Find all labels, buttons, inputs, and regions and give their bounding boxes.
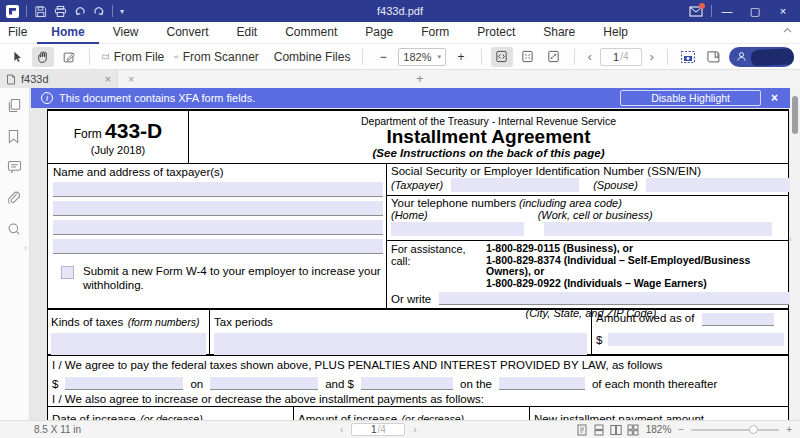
col-amount-label: Amount of increase	[298, 413, 397, 420]
vertical-scrollbar[interactable]	[790, 88, 800, 420]
grid-view-icon[interactable]	[627, 424, 639, 436]
scrollbar-thumb[interactable]	[792, 96, 798, 134]
next-page-button[interactable]: ›	[646, 50, 658, 64]
payment-date-field[interactable]	[210, 377, 318, 390]
menu-file[interactable]: File	[0, 22, 37, 44]
zoom-level-select[interactable]: 182% ▾	[398, 48, 446, 66]
new-tab-button[interactable]: +	[416, 71, 424, 86]
home-phone-field[interactable]	[391, 222, 524, 236]
attachments-panel-icon[interactable]	[7, 191, 23, 207]
menu-protect[interactable]: Protect	[463, 22, 529, 44]
menu-comment[interactable]: Comment	[271, 22, 351, 44]
from-file-button[interactable]: From File	[99, 47, 167, 67]
taxpayer-name-field-4[interactable]	[53, 239, 383, 254]
notification-dot	[699, 3, 705, 9]
ssn-label: Social Security or Employer Identificati…	[391, 165, 789, 177]
menu-convert[interactable]: Convert	[152, 22, 222, 44]
taxpayer-name-field-2[interactable]	[53, 201, 383, 216]
close-button[interactable]: ×	[770, 0, 796, 22]
document-tab[interactable]: f433d ×	[0, 70, 118, 88]
amount-owed-date-field[interactable]	[702, 313, 774, 326]
status-zoom-in-button[interactable]: +	[786, 424, 792, 435]
status-page-number-input[interactable]: 1 /4	[351, 423, 405, 436]
app-logo-icon	[6, 5, 19, 18]
from-scanner-label: From Scanner	[183, 50, 259, 64]
menu-view[interactable]: View	[99, 22, 153, 44]
titlebar-divider	[26, 5, 27, 17]
phone-label-note: (including area code)	[519, 197, 622, 209]
thumbnails-panel-icon[interactable]	[7, 98, 23, 114]
single-page-view-icon[interactable]	[576, 424, 588, 436]
tab-close-icon[interactable]: ×	[105, 73, 111, 85]
redo-icon[interactable]	[93, 5, 105, 17]
work-phone-field[interactable]	[544, 222, 772, 236]
kinds-of-taxes-field[interactable]	[51, 333, 206, 355]
user-account-button[interactable]	[729, 47, 794, 67]
continuous-view-icon[interactable]	[593, 424, 605, 436]
bookmarks-panel-icon[interactable]	[7, 129, 23, 145]
kinds-note: (form numbers)	[128, 316, 200, 328]
status-prev-page-button[interactable]: ‹	[336, 424, 347, 435]
close-all-tabs-icon[interactable]: ×	[128, 73, 134, 85]
w4-checkbox[interactable]	[61, 266, 74, 279]
select-tool-button[interactable]	[6, 47, 28, 67]
toolbar-divider	[89, 49, 90, 65]
edit-tool-button[interactable]	[58, 47, 80, 67]
form-word: Form	[74, 127, 102, 141]
spouse-ssn-field[interactable]	[646, 178, 789, 192]
customize-toolbar-icon[interactable]: ▾	[120, 7, 124, 16]
menu-help[interactable]: Help	[589, 22, 642, 44]
notifications-mail-icon[interactable]	[683, 0, 709, 22]
expand-right-panel-icon[interactable]: ‹	[789, 234, 792, 244]
read-mode-icon[interactable]	[703, 47, 725, 67]
taxpayer-name-field-1[interactable]	[53, 182, 383, 197]
fit-page-button[interactable]	[517, 47, 539, 67]
payment-day-field[interactable]	[499, 377, 585, 390]
hand-tool-button[interactable]	[32, 47, 54, 67]
phone-section: Your telephone numbers (including area c…	[387, 196, 789, 241]
menu-share[interactable]: Share	[529, 22, 589, 44]
zoom-out-button[interactable]: −	[372, 47, 394, 67]
from-scanner-button[interactable]: From Scanner	[171, 47, 262, 67]
snapshot-icon[interactable]	[677, 47, 699, 67]
two-page-view-icon[interactable]	[610, 424, 622, 436]
maximize-button[interactable]: ▢	[742, 0, 768, 22]
expand-left-panel-icon[interactable]: ›	[24, 243, 27, 253]
zoom-slider[interactable]	[691, 429, 779, 431]
search-panel-icon[interactable]	[7, 222, 23, 238]
col-new-payment-label: New installment payment amount	[534, 413, 704, 420]
zoom-slider-thumb[interactable]	[749, 425, 758, 434]
previous-page-button[interactable]: ‹	[584, 50, 596, 64]
notification-close-icon[interactable]: ×	[761, 91, 784, 105]
tax-periods-field[interactable]	[214, 333, 587, 355]
status-zoom-out-button[interactable]: −	[678, 424, 684, 435]
tabbar: f433d × × +	[0, 70, 800, 88]
minimize-button[interactable]: —	[714, 0, 740, 22]
undo-icon[interactable]	[74, 5, 86, 17]
save-icon[interactable]	[34, 5, 47, 18]
toolbar-divider	[481, 49, 482, 65]
menu-home[interactable]: Home	[37, 22, 98, 44]
amount-owed-field[interactable]	[608, 333, 784, 346]
page-number-input[interactable]: 1 /4	[600, 48, 642, 66]
menu-edit[interactable]: Edit	[223, 22, 272, 44]
payment-amount-2-field[interactable]	[361, 377, 453, 390]
collapse-ribbon-icon[interactable]	[783, 27, 792, 33]
payment-amount-field[interactable]	[65, 377, 183, 390]
disable-highlight-button[interactable]: Disable Highlight	[620, 90, 761, 106]
actual-size-button[interactable]	[543, 47, 565, 67]
tax-periods-cell: Tax periods	[210, 310, 592, 354]
annotations-panel-icon[interactable]	[7, 160, 23, 176]
or-write-field[interactable]	[439, 292, 789, 305]
taxpayer-name-field-3[interactable]	[53, 220, 383, 235]
print-icon[interactable]	[54, 5, 67, 18]
menubar: File Home View Convert Edit Comment Page…	[0, 22, 800, 44]
combine-files-button[interactable]: Combine Files	[266, 47, 354, 67]
menu-form[interactable]: Form	[407, 22, 463, 44]
fit-width-button[interactable]	[491, 47, 513, 67]
tax-periods-label: Tax periods	[214, 316, 273, 328]
zoom-in-button[interactable]: +	[450, 47, 472, 67]
menu-page[interactable]: Page	[351, 22, 407, 44]
taxpayer-ssn-field[interactable]	[451, 178, 579, 192]
status-next-page-button[interactable]: ›	[409, 424, 420, 435]
